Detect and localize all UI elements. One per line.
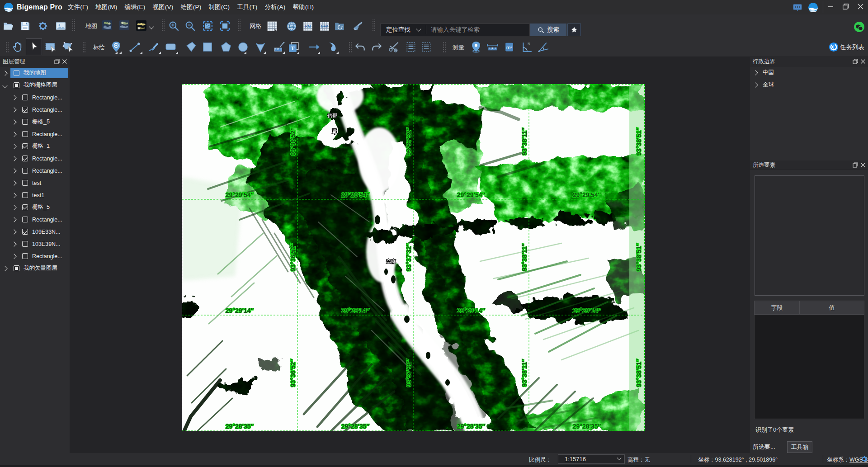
svg-text:29°29′54″: 29°29′54″ (341, 191, 370, 198)
svg-text:29°29′14″: 29°29′14″ (341, 307, 370, 314)
svg-text:29°28′35″: 29°28′35″ (573, 423, 601, 430)
svg-text:29°29′54″: 29°29′54″ (226, 191, 254, 198)
svg-text:93°36′52″: 93°36′52″ (289, 127, 297, 156)
svg-text:93°38′11″: 93°38′11″ (521, 127, 528, 156)
svg-text:93°38′51″: 93°38′51″ (635, 243, 642, 272)
svg-text:93°38′51″: 93°38′51″ (635, 127, 642, 156)
svg-text:29°28′35″: 29°28′35″ (341, 423, 370, 430)
svg-text:29°28′35″: 29°28′35″ (457, 423, 486, 430)
svg-text:KM: KM (305, 24, 311, 28)
svg-text:N: N (528, 42, 530, 45)
svg-text:错帮: 错帮 (327, 113, 337, 118)
svg-text:93°38′11″: 93°38′11″ (521, 243, 528, 271)
svg-text:93°37′32″: 93°37′32″ (405, 243, 412, 272)
svg-text:29°29′54″: 29°29′54″ (573, 191, 601, 198)
svg-text:93°36′52″: 93°36′52″ (289, 359, 297, 387)
svg-text:T: T (291, 45, 295, 52)
svg-text:93°37′32″: 93°37′32″ (405, 359, 412, 387)
svg-text:m²: m² (506, 45, 513, 50)
svg-text:29°29′14″: 29°29′14″ (457, 307, 486, 314)
svg-text:29°28′35″: 29°28′35″ (226, 423, 254, 430)
svg-text:29°29′54″: 29°29′54″ (457, 191, 486, 198)
svg-text:空麻: 空麻 (386, 259, 396, 264)
svg-text:29°29′14″: 29°29′14″ (573, 307, 601, 314)
svg-text:29°29′14″: 29°29′14″ (226, 307, 254, 314)
svg-text:N+M: N+M (321, 24, 328, 28)
svg-text:Lng: Lng (289, 25, 295, 28)
svg-text:93°38′11″: 93°38′11″ (521, 359, 528, 387)
svg-text:93°38′51″: 93°38′51″ (635, 359, 642, 387)
svg-text:93°36′52″: 93°36′52″ (289, 243, 297, 272)
svg-text:93°37′32″: 93°37′32″ (405, 127, 412, 156)
